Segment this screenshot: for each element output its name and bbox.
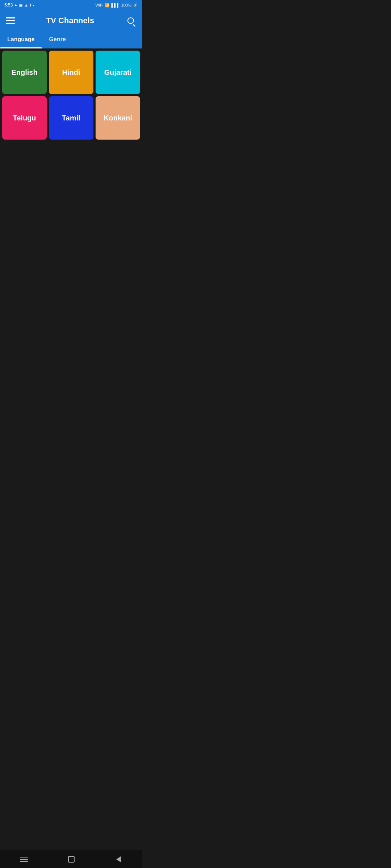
- signal-icon: ▌▌▌: [111, 3, 119, 7]
- facebook-icon: f: [30, 3, 31, 7]
- language-label-hindi: Hindi: [62, 68, 80, 77]
- menu-button[interactable]: [6, 17, 15, 24]
- whatsapp-icon: ●: [14, 3, 17, 7]
- language-card-hindi[interactable]: Hindi: [49, 51, 93, 94]
- language-card-gujarati[interactable]: Gujarati: [96, 51, 140, 94]
- language-label-gujarati: Gujarati: [104, 68, 132, 77]
- status-bar: 5:53 ● ▣ ▲ f • WiFi 📶 ▌▌▌ 100%⚡: [0, 0, 142, 10]
- message-icon: ▣: [19, 3, 22, 8]
- language-grid: English Hindi Gujarati Telugu Tamil Konk…: [0, 48, 142, 142]
- dot-icon: •: [33, 3, 34, 7]
- language-label-telugu: Telugu: [13, 114, 36, 122]
- language-card-konkani[interactable]: Konkani: [96, 96, 140, 140]
- wifi-icon: WiFi: [95, 3, 103, 7]
- empty-content: [0, 142, 142, 359]
- search-button[interactable]: [125, 15, 136, 26]
- language-label-english: English: [11, 68, 37, 77]
- tab-bar: Language Genre: [0, 31, 142, 48]
- language-card-tamil[interactable]: Tamil: [49, 96, 93, 140]
- language-label-tamil: Tamil: [62, 114, 80, 122]
- status-time: 5:53: [4, 3, 13, 8]
- status-left: 5:53 ● ▣ ▲ f •: [4, 3, 34, 8]
- status-right: WiFi 📶 ▌▌▌ 100%⚡: [95, 3, 138, 8]
- language-card-telugu[interactable]: Telugu: [2, 96, 47, 140]
- tab-genre[interactable]: Genre: [42, 31, 73, 48]
- tab-language[interactable]: Language: [0, 31, 42, 48]
- app-title: TV Channels: [46, 16, 94, 25]
- navigation-icon: ▲: [24, 3, 28, 7]
- battery-icon: 100%: [121, 3, 131, 7]
- app-bar: TV Channels: [0, 10, 142, 31]
- language-card-english[interactable]: English: [2, 51, 47, 94]
- call-icon: 📶: [105, 3, 110, 8]
- language-label-konkani: Konkani: [104, 114, 132, 122]
- search-icon: [127, 17, 134, 24]
